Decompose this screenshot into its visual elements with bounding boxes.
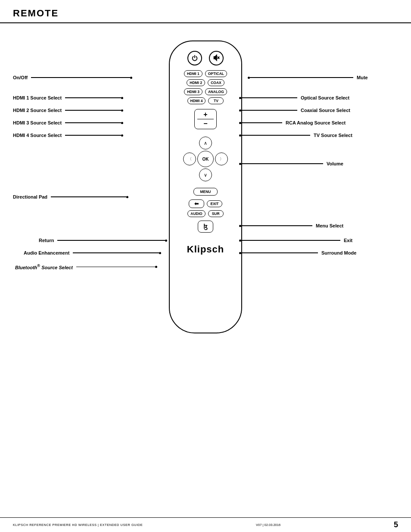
- hdmi3-dot: [121, 122, 123, 124]
- menu-select-label: Menu Select: [316, 223, 343, 228]
- coaxial-source-label: Coaxial Source Select: [301, 108, 350, 113]
- return-button[interactable]: ⬅: [189, 199, 204, 208]
- dpad-up-row: ∧: [199, 137, 212, 149]
- bluetooth-source-label: Bluetooth® Source Select: [15, 264, 73, 270]
- power-button[interactable]: [187, 51, 202, 65]
- annotation-directional: Directional Pad: [13, 194, 128, 199]
- exit-button[interactable]: EXIT: [207, 200, 222, 207]
- bluetooth-line: [76, 267, 155, 268]
- annotation-exit: Exit: [239, 238, 352, 243]
- audio-line: [73, 252, 159, 253]
- source-row-4: HDMI 4 TV: [174, 97, 237, 104]
- volume-minus-button[interactable]: −: [203, 120, 207, 127]
- hdmi4-line: [65, 135, 121, 136]
- annotation-bluetooth: Bluetooth® Source Select: [15, 264, 157, 270]
- audio-enhancement-label: Audio Enhancement: [24, 250, 69, 255]
- return-dot: [165, 240, 167, 242]
- directional-pad-label: Directional Pad: [13, 194, 47, 199]
- annotation-on-off: On/Off: [13, 75, 132, 80]
- volume-section: + −: [194, 109, 217, 129]
- hdmi2-button[interactable]: HDMI 2: [187, 79, 205, 86]
- dpad-middle-row: 〈 OK 〉: [183, 151, 228, 167]
- annotation-hdmi2: HDMI 2 Source Select: [13, 108, 123, 113]
- optical-button[interactable]: OPTICAL: [205, 70, 227, 77]
- dpad-right-button[interactable]: 〉: [215, 152, 228, 165]
- top-buttons-row: [187, 51, 224, 65]
- tv-button[interactable]: TV: [208, 97, 224, 104]
- dpad-up-button[interactable]: ∧: [199, 137, 212, 149]
- footer-page-number: 5: [394, 520, 398, 529]
- audio-button[interactable]: AUDIO: [187, 210, 205, 217]
- bluetooth-dot: [155, 266, 157, 268]
- hdmi3-line: [65, 122, 121, 123]
- surround-line: [241, 252, 318, 253]
- hdmi3-button[interactable]: HDMI 3: [184, 88, 202, 95]
- menu-button[interactable]: MENU: [193, 188, 217, 196]
- dpad-down-button[interactable]: ∨: [199, 168, 212, 181]
- hdmi1-dot: [121, 97, 123, 99]
- on-off-line: [31, 77, 130, 78]
- hdmi2-source-label: HDMI 2 Source Select: [13, 108, 62, 113]
- tv-line: [241, 135, 310, 136]
- analog-button[interactable]: ANALOG: [205, 88, 227, 95]
- volume-divider: [197, 119, 214, 119]
- return-exit-row: ⬅ EXIT: [174, 199, 237, 208]
- hdmi4-dot: [121, 134, 123, 137]
- rca-source-label: RCA Analog Source Select: [286, 120, 346, 125]
- ok-label: OK: [202, 157, 209, 162]
- page-header: REMOTE: [0, 0, 411, 23]
- volume-right-label: Volume: [327, 161, 343, 166]
- dpad-left-button[interactable]: 〈: [183, 152, 196, 165]
- optical-source-label: Optical Source Select: [301, 95, 349, 100]
- annotation-tv: TV Source Select: [239, 133, 352, 138]
- source-row-1: HDMI 1 OPTICAL: [174, 70, 237, 77]
- tv-source-label: TV Source Select: [314, 133, 352, 138]
- left-arrow-icon: 〈: [188, 156, 192, 162]
- surround-mode-label: Surround Mode: [321, 250, 356, 255]
- remote-diagram: HDMI 1 OPTICAL HDMI 2 COAX HDMI 3 ANALOG…: [169, 40, 242, 333]
- volume-control: + −: [194, 109, 217, 129]
- bluetooth-icon: ɮ: [203, 223, 208, 230]
- volume-line: [241, 163, 323, 164]
- hdmi1-button[interactable]: HDMI 1: [184, 70, 202, 77]
- coaxial-line: [241, 110, 297, 111]
- hdmi2-line: [65, 110, 121, 111]
- annotation-mute: Mute: [248, 75, 368, 80]
- page-footer: KLIPSCH REFERENCE PREMIERE HD WIRELESS |…: [0, 517, 411, 532]
- right-arrow-icon: 〉: [220, 156, 224, 162]
- coax-button[interactable]: COAX: [208, 79, 224, 86]
- bluetooth-button[interactable]: ɮ: [198, 221, 213, 233]
- optical-line: [241, 97, 297, 98]
- hdmi3-source-label: HDMI 3 Source Select: [13, 120, 62, 125]
- on-off-label: On/Off: [13, 75, 28, 80]
- hdmi1-line: [65, 97, 121, 98]
- exit-right-label: Exit: [344, 238, 352, 243]
- mute-right-label: Mute: [357, 75, 368, 80]
- hdmi1-source-label: HDMI 1 Source Select: [13, 95, 62, 100]
- annotation-hdmi4: HDMI 4 Source Select: [13, 133, 123, 138]
- audio-dot: [159, 252, 161, 254]
- menu-line: [241, 225, 312, 226]
- footer-left-text: KLIPSCH REFERENCE PREMIERE HD WIRELESS |…: [13, 523, 143, 527]
- mute-line: [250, 77, 353, 78]
- down-arrow-icon: ∨: [204, 172, 207, 178]
- volume-plus-button[interactable]: +: [203, 111, 207, 118]
- audio-sur-row: AUDIO SUR: [174, 210, 237, 217]
- sur-button[interactable]: SUR: [208, 210, 224, 217]
- annotation-hdmi3: HDMI 3 Source Select: [13, 120, 123, 125]
- annotation-rca: RCA Analog Source Select: [239, 120, 346, 125]
- annotation-audio: Audio Enhancement: [24, 250, 161, 255]
- annotation-volume: Volume: [239, 161, 343, 166]
- directional-line: [51, 196, 126, 197]
- content-area: HDMI 1 OPTICAL HDMI 2 COAX HDMI 3 ANALOG…: [0, 23, 411, 519]
- hdmi4-source-label: HDMI 4 Source Select: [13, 133, 62, 138]
- hdmi4-button[interactable]: HDMI 4: [187, 97, 206, 104]
- source-row-2: HDMI 2 COAX: [174, 79, 237, 86]
- mute-button[interactable]: [209, 51, 224, 65]
- source-row-3: HDMI 3 ANALOG: [174, 88, 237, 95]
- footer-center-text: V07 | 02.03.2016: [256, 523, 280, 527]
- annotation-coaxial: Coaxial Source Select: [239, 108, 350, 113]
- mute-icon: [212, 54, 220, 62]
- dpad-ok-button[interactable]: OK: [197, 151, 214, 167]
- brand-label: Klipsch: [187, 244, 224, 255]
